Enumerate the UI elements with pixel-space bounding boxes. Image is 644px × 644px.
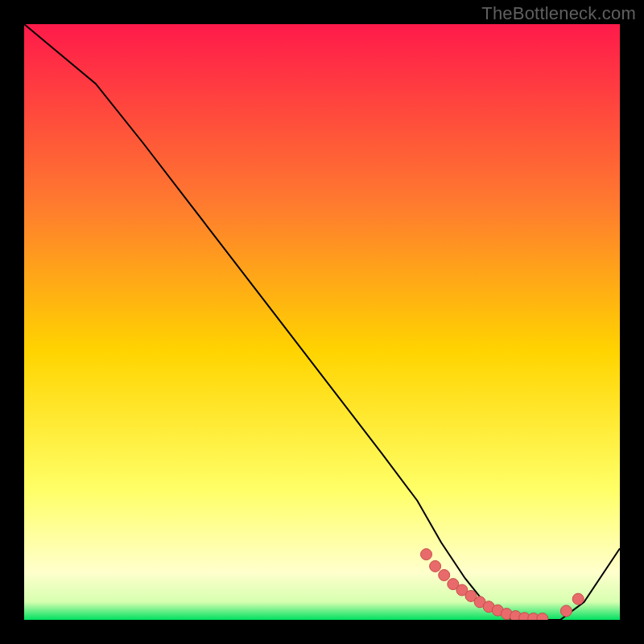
marker-dot bbox=[421, 549, 432, 560]
chart-svg bbox=[24, 24, 620, 620]
marker-dot bbox=[572, 593, 584, 605]
plot-area bbox=[24, 24, 620, 620]
marker-dot bbox=[430, 560, 441, 572]
marker-dot bbox=[439, 570, 450, 581]
marker-dot bbox=[560, 605, 572, 617]
gradient-background bbox=[24, 24, 620, 620]
chart-frame: TheBottleneck.com bbox=[0, 0, 644, 644]
watermark-text: TheBottleneck.com bbox=[481, 3, 636, 24]
